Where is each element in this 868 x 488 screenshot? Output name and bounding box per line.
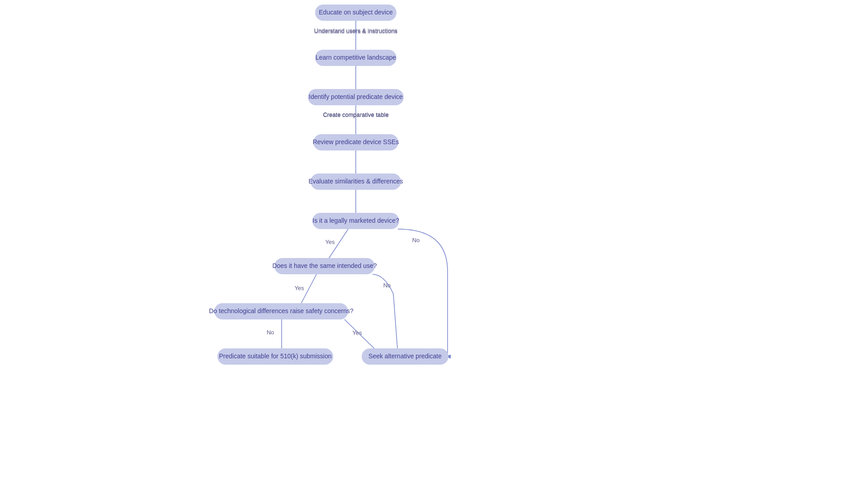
label-yes2: Yes <box>294 285 304 291</box>
label-no2: No <box>383 282 391 289</box>
node-marketed-label: Is it a legally marketed device? <box>312 217 399 224</box>
node-intended-label: Does it have the same intended use? <box>272 262 377 269</box>
node-seek-alt-label: Seek alternative predicate <box>368 352 442 360</box>
node-evaluate-label: Evaluate similarities & differences <box>308 178 403 185</box>
label-no3: No <box>267 329 274 336</box>
label-yes3: Yes <box>352 329 362 336</box>
node-learn-label: Learn competitive landscape <box>316 54 396 61</box>
node-review-label: Review predicate device SSEs <box>313 138 399 145</box>
understand-label: Understand users & instructions <box>314 28 398 35</box>
label-no1: No <box>412 237 420 244</box>
flowchart: Understand users & instructions Create c… <box>0 0 868 488</box>
label-yes1: Yes <box>325 239 335 245</box>
create-table-label: Create comparative table <box>323 111 388 118</box>
node-educate-label: Educate on subject device <box>319 9 393 16</box>
node-tech-diff-label: Do technological differences raise safet… <box>209 307 354 314</box>
node-identify-label: Identify potential predicate device <box>309 93 403 100</box>
node-predicate-label: Predicate suitable for 510(k) submission <box>219 352 331 360</box>
